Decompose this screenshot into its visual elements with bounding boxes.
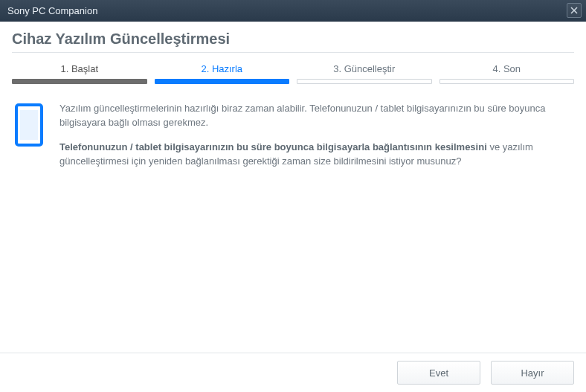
- step-label: 2. Hazırla: [155, 60, 290, 79]
- step-prepare: 2. Hazırla: [155, 60, 290, 84]
- info-text: Yazılım güncelleştirmelerinin hazırlığı …: [59, 102, 571, 130]
- phone-icon: [15, 103, 43, 147]
- no-button[interactable]: Hayır: [491, 361, 574, 385]
- step-label: 1. Başlat: [12, 60, 147, 79]
- divider: [12, 52, 574, 53]
- step-label: 3. Güncelleştir: [297, 60, 432, 79]
- window-title: Sony PC Companion: [7, 5, 567, 16]
- message-area: Yazılım güncelleştirmelerinin hazırlığı …: [59, 102, 571, 179]
- step-label: 4. Son: [440, 60, 575, 79]
- close-button[interactable]: [567, 3, 582, 18]
- step-bar: [297, 79, 432, 84]
- close-icon: [570, 7, 578, 14]
- step-indicator: 1. Başlat 2. Hazırla 3. Güncelleştir 4. …: [12, 60, 574, 84]
- footer: Evet Hayır: [0, 353, 586, 392]
- step-bar: [440, 79, 575, 84]
- step-bar: [12, 79, 147, 84]
- step-bar: [155, 79, 290, 84]
- question-text: Telefonunuzun / tablet bilgisayarınızın …: [59, 141, 571, 169]
- question-bold: Telefonunuzun / tablet bilgisayarınızın …: [59, 141, 487, 152]
- content-area: Cihaz Yazılım Güncelleştirmesi 1. Başlat…: [0, 22, 586, 179]
- svg-rect-3: [20, 110, 38, 140]
- yes-button[interactable]: Evet: [397, 361, 480, 385]
- body-row: Yazılım güncelleştirmelerinin hazırlığı …: [12, 102, 574, 179]
- page-title: Cihaz Yazılım Güncelleştirmesi: [12, 30, 574, 48]
- step-update: 3. Güncelleştir: [297, 60, 432, 84]
- titlebar: Sony PC Companion: [0, 0, 586, 22]
- step-start: 1. Başlat: [12, 60, 147, 84]
- step-finish: 4. Son: [440, 60, 575, 84]
